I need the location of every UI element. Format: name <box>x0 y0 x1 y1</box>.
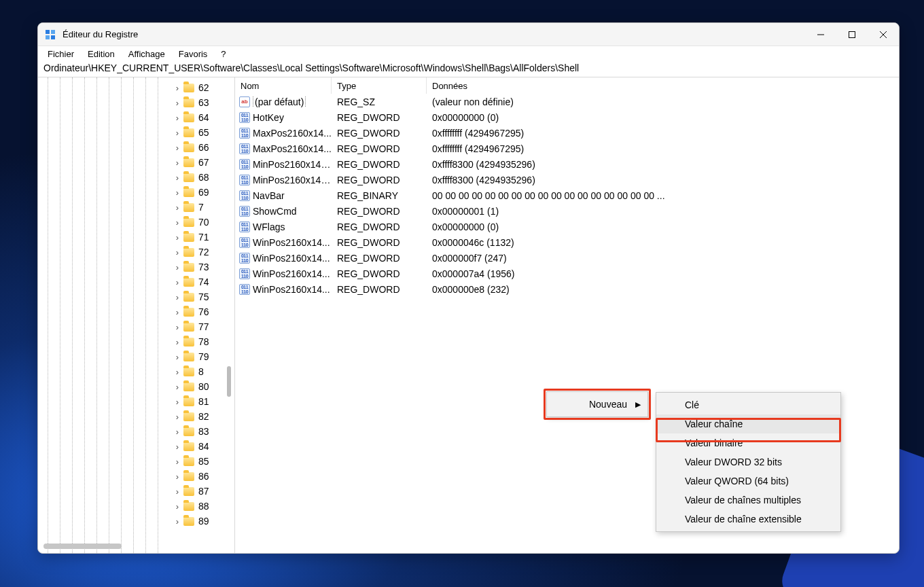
value-row[interactable]: 011110MaxPos2160x14...REG_DWORD0xfffffff… <box>235 125 899 141</box>
tree-item[interactable]: ›89 <box>38 514 234 529</box>
tree-item[interactable]: ›80 <box>38 379 234 394</box>
tree-item[interactable]: ›65 <box>38 125 234 140</box>
context-item[interactable]: Valeur de chaînes multiples <box>656 491 840 510</box>
tree-item[interactable]: ›7 <box>38 200 234 215</box>
tree-item[interactable]: ›81 <box>38 394 234 409</box>
maximize-button[interactable] <box>836 23 868 46</box>
tree-item[interactable]: ›8 <box>38 364 234 379</box>
value-name: MinPos2160x144... <box>253 159 332 170</box>
svg-rect-1 <box>51 30 55 34</box>
tree-item[interactable]: ›83 <box>38 424 234 439</box>
tree-item-label: 8 <box>198 366 204 377</box>
chevron-right-icon: › <box>173 217 182 228</box>
chevron-right-icon: › <box>173 247 182 257</box>
tree-item[interactable]: ›73 <box>38 260 234 274</box>
tree-item[interactable]: ›64 <box>38 110 234 125</box>
context-item[interactable]: Valeur de chaîne extensible <box>656 510 840 529</box>
value-row[interactable]: 011110NavBarREG_BINARY00 00 00 00 00 00 … <box>235 188 899 203</box>
menu-file[interactable]: Fichier <box>41 48 81 60</box>
tree-item-label: 7 <box>198 202 204 213</box>
chevron-right-icon: › <box>173 188 182 198</box>
tree-item[interactable]: ›63 <box>38 95 234 110</box>
folder-icon <box>183 457 194 466</box>
close-button[interactable] <box>868 23 899 46</box>
values-vscroll[interactable] <box>889 77 898 553</box>
value-row[interactable]: 011110WinPos2160x14...REG_DWORD0x000007a… <box>235 266 899 281</box>
chevron-right-icon: › <box>173 322 182 332</box>
value-type: REG_DWORD <box>332 112 427 123</box>
chevron-right-icon: › <box>173 412 182 422</box>
value-data: 0x000000e8 (232) <box>427 284 899 295</box>
tree-item[interactable]: ›79 <box>38 349 234 364</box>
value-row[interactable]: ab(par défaut)REG_SZ(valeur non définie) <box>235 94 899 109</box>
tree-item[interactable]: ›62 <box>38 80 234 95</box>
tree-vscroll[interactable] <box>224 77 234 553</box>
values-pane[interactable]: Nom Type Données ab(par défaut)REG_SZ(va… <box>235 77 899 553</box>
value-name: ShowCmd <box>253 206 297 217</box>
menu-edit[interactable]: Edition <box>81 48 122 60</box>
tree-item-label: 62 <box>198 82 209 93</box>
value-type: REG_DWORD <box>332 237 427 248</box>
value-row[interactable]: 011110WinPos2160x14...REG_DWORD0x0000046… <box>235 234 899 250</box>
tree-item[interactable]: ›68 <box>38 170 234 185</box>
titlebar[interactable]: Éditeur du Registre <box>38 23 899 46</box>
col-data[interactable]: Données <box>427 77 899 94</box>
value-row[interactable]: 011110WinPos2160x14...REG_DWORD0x000000e… <box>235 281 899 297</box>
tree-item[interactable]: ›84 <box>38 439 234 454</box>
context-menu-new[interactable]: Nouveau ▶ <box>546 391 648 417</box>
value-name: WinPos2160x14... <box>253 268 330 279</box>
context-item[interactable]: Clé <box>656 395 840 414</box>
tree-item[interactable]: ›66 <box>38 140 234 155</box>
tree-item[interactable]: ›85 <box>38 454 234 469</box>
col-type[interactable]: Type <box>332 77 427 94</box>
tree-pane[interactable]: ›62›63›64›65›66›67›68›69›7›70›71›72›73›7… <box>38 77 235 553</box>
tree-item[interactable]: ›78 <box>38 334 234 349</box>
tree-item[interactable]: ›75 <box>38 289 234 304</box>
value-row[interactable]: 011110WFlagsREG_DWORD0x00000000 (0) <box>235 219 899 234</box>
address-bar[interactable]: Ordinateur\HKEY_CURRENT_USER\Software\Cl… <box>38 61 899 77</box>
chevron-right-icon: › <box>173 442 182 452</box>
tree-item[interactable]: ›67 <box>38 155 234 170</box>
menu-help[interactable]: ? <box>214 48 232 60</box>
folder-icon <box>183 338 194 346</box>
chevron-right-icon: › <box>173 486 182 497</box>
value-name: (par défaut) <box>253 96 306 107</box>
tree-item[interactable]: ›71 <box>38 230 234 245</box>
tree-item[interactable]: ›70 <box>38 215 234 230</box>
folder-icon <box>183 263 194 272</box>
tree-item[interactable]: ›88 <box>38 499 234 514</box>
menu-view[interactable]: Affichage <box>122 48 172 60</box>
tree-item[interactable]: ›86 <box>38 469 234 484</box>
tree-item[interactable]: ›69 <box>38 185 234 200</box>
context-item[interactable]: Valeur binaire <box>656 433 840 452</box>
tree-item[interactable]: ›74 <box>38 274 234 289</box>
value-name: NavBar <box>253 190 285 201</box>
value-data: 0x00000000 (0) <box>427 112 899 123</box>
tree-item[interactable]: ›87 <box>38 484 234 499</box>
tree-item[interactable]: ›72 <box>38 245 234 260</box>
minimize-button[interactable] <box>805 23 836 46</box>
value-row[interactable]: 011110ShowCmdREG_DWORD0x00000001 (1) <box>235 203 899 219</box>
tree-item-label: 65 <box>198 127 209 138</box>
value-row[interactable]: 011110MaxPos2160x14...REG_DWORD0xfffffff… <box>235 141 899 156</box>
context-item[interactable]: Valeur chaîne <box>656 414 840 433</box>
tree-hscroll-thumb[interactable] <box>43 544 122 549</box>
value-row[interactable]: 011110WinPos2160x14...REG_DWORD0x000000f… <box>235 250 899 266</box>
context-item[interactable]: Valeur DWORD 32 bits <box>656 452 840 472</box>
value-row[interactable]: 011110MinPos2160x144...REG_DWORD0xffff83… <box>235 156 899 172</box>
value-row[interactable]: 011110MinPos2160x144...REG_DWORD0xffff83… <box>235 172 899 188</box>
menu-fav[interactable]: Favoris <box>172 48 215 60</box>
tree-item-label: 74 <box>198 277 209 287</box>
col-name[interactable]: Nom <box>235 77 332 94</box>
value-row[interactable]: 011110HotKeyREG_DWORD0x00000000 (0) <box>235 109 899 125</box>
binary-value-icon: 011110 <box>239 253 250 264</box>
tree-item[interactable]: ›82 <box>38 409 234 424</box>
tree-vscroll-thumb[interactable] <box>227 366 231 397</box>
folder-icon <box>183 248 194 257</box>
tree-item[interactable]: ›76 <box>38 304 234 319</box>
value-name: MinPos2160x144... <box>253 175 332 185</box>
tree-item[interactable]: ›77 <box>38 319 234 334</box>
value-type: REG_DWORD <box>332 175 427 185</box>
svg-rect-5 <box>849 31 855 37</box>
context-item[interactable]: Valeur QWORD (64 bits) <box>656 472 840 491</box>
